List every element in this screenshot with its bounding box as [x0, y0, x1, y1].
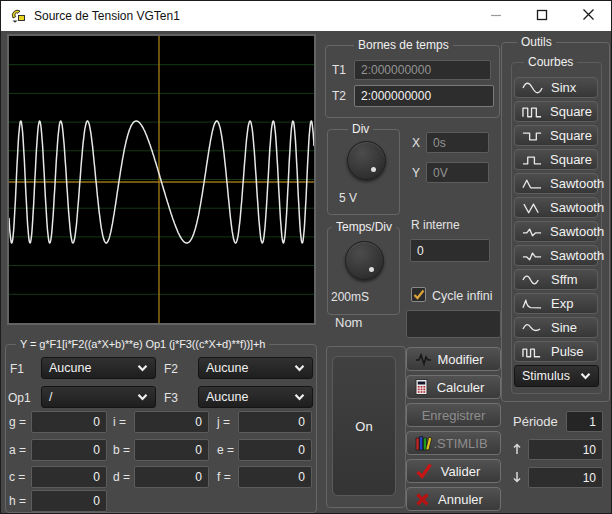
f1-label: F1 [10, 362, 24, 376]
curve-button-sinx[interactable]: Sinx [514, 77, 598, 98]
curve-label: Square [550, 128, 592, 143]
curve-button-sawtooth-1[interactable]: Sawtooth [514, 173, 598, 194]
close-button[interactable] [565, 1, 611, 31]
param-g-value: 0 [93, 415, 100, 429]
param-j-field[interactable]: 0 [238, 411, 312, 433]
stimulus-value: Stimulus [522, 369, 570, 383]
on-button[interactable]: On [332, 356, 396, 496]
calculer-button[interactable]: Calculer [406, 375, 501, 399]
param-a-value: 0 [93, 443, 100, 457]
stimulus-dropdown[interactable]: Stimulus [514, 365, 599, 387]
periode-down-field[interactable]: 10 [528, 467, 603, 488]
div-title: Div [348, 122, 373, 137]
periode-up-value: 10 [583, 443, 596, 457]
param-d-value: 0 [195, 470, 202, 484]
param-c-label: c = [9, 470, 25, 484]
t2-label: T2 [332, 89, 346, 103]
app-icon [10, 8, 27, 24]
window-title: Source de Tension VGTen1 [34, 9, 180, 23]
curve-label: Sawtooth [550, 176, 604, 191]
param-i-field[interactable]: 0 [134, 411, 209, 433]
minimize-icon [490, 7, 502, 25]
modifier-label: Modifier [437, 352, 483, 367]
valider-button[interactable]: Valider [406, 459, 501, 483]
curve-button-sffm[interactable]: Sffm [514, 269, 598, 290]
calculer-label: Calculer [437, 380, 485, 395]
param-b-field[interactable]: 0 [134, 439, 209, 461]
param-e-value: 0 [298, 443, 305, 457]
curve-button-square-3[interactable]: Square [514, 149, 598, 170]
square-double-icon [522, 105, 543, 119]
annuler-button[interactable]: Annuler [406, 487, 501, 511]
chevron-down-icon [137, 393, 148, 401]
curve-button-sawtooth-4[interactable]: Sawtooth [514, 245, 598, 266]
courbes-title: Courbes [524, 55, 577, 70]
curve-button-square-1[interactable]: Square [514, 101, 598, 122]
f2-dropdown[interactable]: Aucune [198, 357, 313, 379]
param-e-label: e = [217, 443, 234, 457]
y-label: Y [412, 166, 420, 180]
nom-field[interactable] [406, 310, 501, 338]
curve-button-exp[interactable]: Exp [514, 293, 598, 314]
param-a-field[interactable]: 0 [31, 439, 107, 461]
valider-label: Valider [441, 464, 481, 479]
outils-title: Outils [517, 35, 556, 50]
exp-icon [522, 297, 544, 311]
div-knob[interactable] [347, 141, 386, 180]
oscilloscope-display [7, 34, 316, 325]
op1-value: / [49, 390, 52, 404]
param-f-field[interactable]: 0 [238, 466, 312, 488]
curve-button-sine[interactable]: Sine [514, 317, 598, 338]
periode-label: Période [513, 414, 558, 429]
stimlib-label: .STIMLIB [433, 436, 487, 451]
cycle-infini-checkbox[interactable] [411, 287, 426, 302]
param-g-field[interactable]: 0 [31, 411, 107, 433]
param-j-label: j = [217, 415, 230, 429]
x-value: 0s [433, 136, 446, 150]
chevron-down-icon [294, 393, 305, 401]
chevron-down-icon [294, 364, 305, 372]
curve-button-sawtooth-2[interactable]: Sawtooth [514, 197, 598, 218]
param-c-value: 0 [93, 470, 100, 484]
param-c-field[interactable]: 0 [31, 466, 107, 488]
y-field: 0V [426, 162, 489, 183]
param-d-field[interactable]: 0 [134, 466, 209, 488]
curve-button-pulse[interactable]: Pulse [514, 341, 598, 362]
modifier-button[interactable]: Modifier [406, 347, 501, 371]
f3-value: Aucune [206, 390, 248, 404]
nom-label: Nom [335, 315, 362, 330]
param-h-field[interactable]: 0 [31, 490, 107, 512]
param-i-value: 0 [195, 415, 202, 429]
div-value: 5 V [339, 191, 357, 205]
square-hilo-icon [522, 129, 543, 143]
param-g-label: g = [9, 415, 26, 429]
triangle-wave-icon [522, 201, 543, 215]
param-f-value: 0 [298, 470, 305, 484]
sawtooth-peak-icon [522, 177, 543, 191]
r-interne-field[interactable]: 0 [410, 239, 490, 262]
temps-div-knob[interactable] [345, 241, 384, 280]
cycle-infini-label: Cycle infini [432, 289, 492, 303]
chevron-down-icon [137, 364, 148, 372]
t1-value: 2:000000000 [361, 63, 431, 77]
periode-field[interactable]: 1 [566, 411, 603, 432]
minimize-button[interactable] [473, 1, 519, 31]
param-e-field[interactable]: 0 [238, 439, 312, 461]
waveform-canvas [9, 36, 314, 323]
pulse-icon [522, 345, 544, 359]
curve-button-sawtooth-3[interactable]: Sawtooth [514, 221, 598, 242]
stimlib-button: .STIMLIB [406, 431, 501, 455]
t2-field[interactable]: 2:000000000 [354, 85, 494, 107]
periode-up-field[interactable]: 10 [528, 439, 603, 460]
t1-field: 2:000000000 [354, 60, 491, 80]
f1-dropdown[interactable]: Aucune [41, 357, 156, 379]
bornes-de-temps-title: Bornes de temps [354, 38, 453, 53]
enregistrer-label: Enregistrer [422, 408, 486, 423]
red-cross-icon [415, 492, 430, 507]
f3-dropdown[interactable]: Aucune [198, 386, 313, 408]
maximize-button[interactable] [519, 1, 565, 31]
r-interne-label: R interne [411, 218, 460, 232]
curve-label: Pulse [551, 344, 584, 359]
op1-dropdown[interactable]: / [41, 386, 156, 408]
curve-button-square-2[interactable]: Square [514, 125, 598, 146]
